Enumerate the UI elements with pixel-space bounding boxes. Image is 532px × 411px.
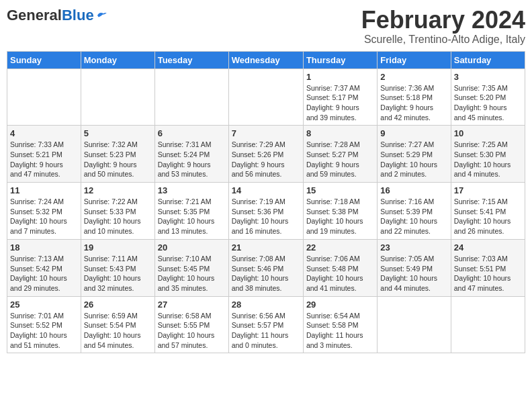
- day-info: Sunrise: 7:37 AM Sunset: 5:17 PM Dayligh…: [306, 83, 374, 123]
- calendar-day-cell: 28Sunrise: 6:56 AM Sunset: 5:57 PM Dayli…: [228, 296, 303, 353]
- day-info: Sunrise: 7:08 AM Sunset: 5:46 PM Dayligh…: [232, 254, 300, 293]
- day-number: 10: [454, 128, 522, 138]
- day-number: 28: [232, 300, 300, 310]
- calendar-day-cell: 23Sunrise: 7:05 AM Sunset: 5:49 PM Dayli…: [378, 239, 451, 296]
- calendar-day-cell: 27Sunrise: 6:58 AM Sunset: 5:55 PM Dayli…: [154, 296, 228, 353]
- day-number: 12: [84, 185, 152, 195]
- day-number: 25: [10, 300, 78, 310]
- calendar-day-cell: 6Sunrise: 7:31 AM Sunset: 5:24 PM Daylig…: [154, 126, 228, 183]
- day-number: 16: [380, 185, 447, 195]
- day-number: 27: [158, 300, 226, 310]
- day-number: 20: [158, 242, 226, 253]
- day-info: Sunrise: 7:03 AM Sunset: 5:51 PM Dayligh…: [454, 254, 522, 293]
- day-info: Sunrise: 7:01 AM Sunset: 5:52 PM Dayligh…: [10, 311, 78, 351]
- calendar-day-cell: 13Sunrise: 7:21 AM Sunset: 5:35 PM Dayli…: [154, 183, 228, 240]
- day-info: Sunrise: 7:18 AM Sunset: 5:38 PM Dayligh…: [306, 197, 374, 236]
- calendar-day-cell: 26Sunrise: 6:59 AM Sunset: 5:54 PM Dayli…: [81, 296, 154, 353]
- day-info: Sunrise: 7:16 AM Sunset: 5:39 PM Dayligh…: [380, 197, 447, 236]
- day-info: Sunrise: 7:32 AM Sunset: 5:23 PM Dayligh…: [84, 140, 152, 179]
- day-info: Sunrise: 7:11 AM Sunset: 5:43 PM Dayligh…: [84, 254, 152, 293]
- calendar-day-cell: 4Sunrise: 7:33 AM Sunset: 5:21 PM Daylig…: [7, 126, 81, 183]
- day-info: Sunrise: 6:56 AM Sunset: 5:57 PM Dayligh…: [232, 311, 300, 351]
- calendar-day-cell: 19Sunrise: 7:11 AM Sunset: 5:43 PM Dayli…: [81, 239, 154, 296]
- day-info: Sunrise: 7:19 AM Sunset: 5:36 PM Dayligh…: [232, 197, 300, 236]
- day-info: Sunrise: 7:15 AM Sunset: 5:41 PM Dayligh…: [454, 197, 522, 236]
- day-number: 6: [158, 128, 226, 138]
- day-number: 29: [306, 300, 374, 310]
- calendar-day-cell: [7, 68, 81, 126]
- day-number: 4: [10, 128, 78, 138]
- logo-bird-icon: [95, 9, 107, 21]
- calendar-day-cell: 7Sunrise: 7:29 AM Sunset: 5:26 PM Daylig…: [228, 126, 303, 183]
- day-info: Sunrise: 7:21 AM Sunset: 5:35 PM Dayligh…: [158, 197, 226, 236]
- day-info: Sunrise: 7:36 AM Sunset: 5:18 PM Dayligh…: [380, 83, 447, 123]
- day-number: 19: [84, 242, 152, 253]
- day-info: Sunrise: 7:35 AM Sunset: 5:20 PM Dayligh…: [454, 83, 522, 123]
- calendar-day-cell: 11Sunrise: 7:24 AM Sunset: 5:32 PM Dayli…: [7, 183, 81, 240]
- calendar-day-cell: 22Sunrise: 7:06 AM Sunset: 5:48 PM Dayli…: [303, 239, 377, 296]
- calendar-day-cell: 18Sunrise: 7:13 AM Sunset: 5:42 PM Dayli…: [7, 239, 81, 296]
- day-number: 8: [306, 128, 374, 138]
- day-number: 3: [454, 72, 522, 82]
- day-info: Sunrise: 7:24 AM Sunset: 5:32 PM Dayligh…: [10, 197, 78, 236]
- calendar-day-cell: 8Sunrise: 7:28 AM Sunset: 5:27 PM Daylig…: [303, 126, 377, 183]
- day-number: 23: [380, 242, 447, 253]
- calendar-day-header: Monday: [81, 51, 154, 68]
- calendar-day-cell: 20Sunrise: 7:10 AM Sunset: 5:45 PM Dayli…: [154, 239, 228, 296]
- calendar-day-cell: 3Sunrise: 7:35 AM Sunset: 5:20 PM Daylig…: [451, 68, 525, 126]
- day-number: 24: [454, 242, 522, 253]
- calendar-day-header: Friday: [378, 51, 451, 68]
- calendar-day-cell: 17Sunrise: 7:15 AM Sunset: 5:41 PM Dayli…: [451, 183, 525, 240]
- calendar-day-header: Sunday: [7, 51, 81, 68]
- calendar-day-cell: [154, 68, 228, 126]
- logo: GeneralBlue: [7, 7, 107, 24]
- month-title: February 2024: [361, 7, 525, 34]
- day-number: 17: [454, 185, 522, 195]
- calendar-table: SundayMondayTuesdayWednesdayThursdayFrid…: [7, 51, 525, 354]
- day-info: Sunrise: 7:10 AM Sunset: 5:45 PM Dayligh…: [158, 254, 226, 293]
- day-info: Sunrise: 7:33 AM Sunset: 5:21 PM Dayligh…: [10, 140, 78, 179]
- location-text: Scurelle, Trentino-Alto Adige, Italy: [361, 34, 525, 46]
- day-number: 7: [232, 128, 300, 138]
- calendar-day-cell: 1Sunrise: 7:37 AM Sunset: 5:17 PM Daylig…: [303, 68, 377, 126]
- calendar-day-cell: [451, 296, 525, 353]
- calendar-day-cell: 25Sunrise: 7:01 AM Sunset: 5:52 PM Dayli…: [7, 296, 81, 353]
- day-number: 9: [380, 128, 447, 138]
- calendar-day-cell: 2Sunrise: 7:36 AM Sunset: 5:18 PM Daylig…: [378, 68, 451, 126]
- day-info: Sunrise: 7:06 AM Sunset: 5:48 PM Dayligh…: [306, 254, 374, 293]
- day-info: Sunrise: 6:59 AM Sunset: 5:54 PM Dayligh…: [84, 311, 152, 351]
- calendar-day-cell: 9Sunrise: 7:27 AM Sunset: 5:29 PM Daylig…: [378, 126, 451, 183]
- day-number: 2: [380, 72, 447, 82]
- day-info: Sunrise: 7:31 AM Sunset: 5:24 PM Dayligh…: [158, 140, 226, 179]
- logo-blue-text: Blue: [62, 7, 94, 24]
- day-number: 22: [306, 242, 374, 253]
- day-number: 5: [84, 128, 152, 138]
- calendar-week-row: 4Sunrise: 7:33 AM Sunset: 5:21 PM Daylig…: [7, 126, 525, 183]
- day-info: Sunrise: 6:54 AM Sunset: 5:58 PM Dayligh…: [306, 311, 374, 351]
- day-info: Sunrise: 7:05 AM Sunset: 5:49 PM Dayligh…: [380, 254, 447, 293]
- day-info: Sunrise: 7:25 AM Sunset: 5:30 PM Dayligh…: [454, 140, 522, 179]
- day-info: Sunrise: 7:27 AM Sunset: 5:29 PM Dayligh…: [380, 140, 447, 179]
- calendar-day-cell: 12Sunrise: 7:22 AM Sunset: 5:33 PM Dayli…: [81, 183, 154, 240]
- calendar-day-cell: 29Sunrise: 6:54 AM Sunset: 5:58 PM Dayli…: [303, 296, 377, 353]
- calendar-day-cell: 14Sunrise: 7:19 AM Sunset: 5:36 PM Dayli…: [228, 183, 303, 240]
- day-number: 18: [10, 242, 78, 253]
- calendar-day-cell: [378, 296, 451, 353]
- logo-general-text: General: [7, 7, 62, 24]
- calendar-day-cell: 16Sunrise: 7:16 AM Sunset: 5:39 PM Dayli…: [378, 183, 451, 240]
- calendar-day-header: Thursday: [303, 51, 377, 68]
- calendar-week-row: 18Sunrise: 7:13 AM Sunset: 5:42 PM Dayli…: [7, 239, 525, 296]
- calendar-week-row: 25Sunrise: 7:01 AM Sunset: 5:52 PM Dayli…: [7, 296, 525, 353]
- calendar-day-cell: 10Sunrise: 7:25 AM Sunset: 5:30 PM Dayli…: [451, 126, 525, 183]
- calendar-day-header: Tuesday: [154, 51, 228, 68]
- day-number: 15: [306, 185, 374, 195]
- calendar-day-cell: 15Sunrise: 7:18 AM Sunset: 5:38 PM Dayli…: [303, 183, 377, 240]
- calendar-header-row: SundayMondayTuesdayWednesdayThursdayFrid…: [7, 51, 525, 68]
- day-number: 11: [10, 185, 78, 195]
- calendar-day-cell: 5Sunrise: 7:32 AM Sunset: 5:23 PM Daylig…: [81, 126, 154, 183]
- page-header: GeneralBlue February 2024 Scurelle, Tren…: [7, 7, 525, 46]
- day-number: 14: [232, 185, 300, 195]
- day-number: 26: [84, 300, 152, 310]
- day-info: Sunrise: 7:13 AM Sunset: 5:42 PM Dayligh…: [10, 254, 78, 293]
- calendar-day-cell: 24Sunrise: 7:03 AM Sunset: 5:51 PM Dayli…: [451, 239, 525, 296]
